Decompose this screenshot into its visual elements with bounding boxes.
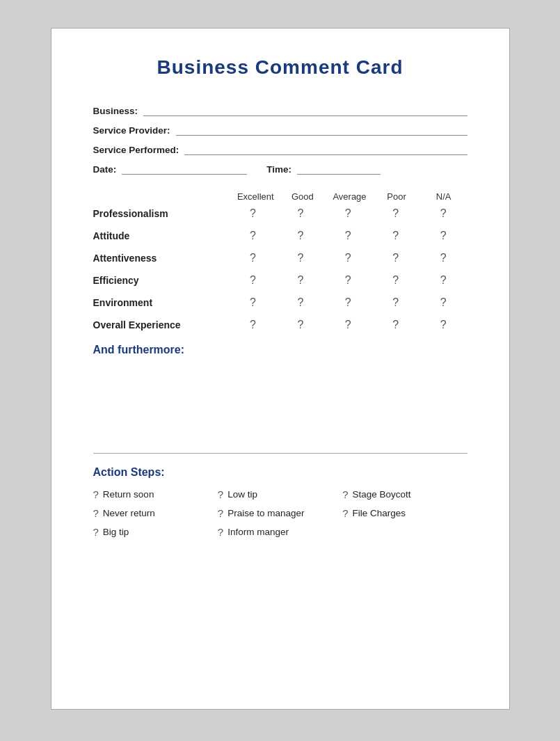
radio-attentiveness-na[interactable]: ? [419,252,467,264]
rating-header-row: Excellent Good Average Poor N/A [93,191,467,202]
radio-efficiency-excellent[interactable]: ? [229,274,276,287]
radio-professionalism-good[interactable]: ? [277,207,324,220]
radio-environment-average[interactable]: ? [324,296,371,309]
radio-attitude-poor[interactable]: ? [372,230,419,242]
checkbox-return-soon[interactable]: ? [93,488,99,500]
checkbox-praise-manager[interactable]: ? [218,507,223,519]
service-provider-label: Service Provider: [93,125,170,136]
radio-efficiency-good[interactable]: ? [277,274,324,287]
radio-professionalism-average[interactable]: ? [324,207,371,220]
rating-section: Excellent Good Average Poor N/A Professi… [93,191,467,331]
action-item-praise-manager[interactable]: ? Praise to manager [218,507,342,519]
action-item-empty [342,526,467,538]
action-label-praise-manager: Praise to manager [227,508,304,518]
action-label-file-charges: File Charges [353,508,406,518]
radio-overall-average[interactable]: ? [324,319,371,331]
checkbox-file-charges[interactable]: ? [342,507,348,519]
action-item-never-return[interactable]: ? Never return [93,507,218,519]
comment-card: Business Comment Card Business: Service … [51,28,510,710]
rating-row-attentiveness: Attentiveness ? ? ? ? ? [93,252,467,264]
radio-professionalism-poor[interactable]: ? [372,207,419,220]
radio-environment-poor[interactable]: ? [372,296,419,309]
action-item-low-tip[interactable]: ? Low tip [218,488,342,500]
radio-overall-excellent[interactable]: ? [229,319,276,331]
radio-professionalism-na[interactable]: ? [419,207,467,220]
action-steps-title: Action Steps: [93,466,467,479]
radio-attentiveness-good[interactable]: ? [277,252,324,264]
radio-attentiveness-excellent[interactable]: ? [229,252,276,264]
header-excellent: Excellent [232,191,280,202]
radio-efficiency-na[interactable]: ? [419,274,467,287]
action-item-file-charges[interactable]: ? File Charges [342,507,467,519]
radio-environment-good[interactable]: ? [277,296,324,309]
radio-environment-excellent[interactable]: ? [229,296,276,309]
time-label: Time: [266,164,291,175]
radio-attentiveness-poor[interactable]: ? [372,252,419,264]
date-time-row: Date: Time: [93,162,467,175]
rating-row-environment: Environment ? ? ? ? ? [93,296,467,309]
radio-attitude-na[interactable]: ? [419,230,467,242]
radio-efficiency-poor[interactable]: ? [372,274,419,287]
time-input[interactable] [297,162,381,175]
service-performed-field-row: Service Performed: [93,143,467,155]
radio-overall-poor[interactable]: ? [372,319,419,331]
label-attitude: Attitude [93,230,230,241]
action-item-big-tip[interactable]: ? Big tip [93,526,218,538]
radio-professionalism-excellent[interactable]: ? [229,207,276,220]
action-label-big-tip: Big tip [103,527,129,537]
date-label: Date: [93,164,117,175]
checkbox-inform-manager[interactable]: ? [218,526,223,538]
action-label-low-tip: Low tip [227,489,257,500]
radio-overall-na[interactable]: ? [419,319,467,331]
checkbox-stage-boycott[interactable]: ? [342,488,348,500]
time-part: Time: [266,162,381,175]
header-poor: Poor [373,191,420,202]
date-part: Date: [93,162,248,175]
label-overall: Overall Experience [93,319,230,330]
action-steps-grid: ? Return soon ? Low tip ? Stage Boycott … [93,488,467,538]
checkbox-low-tip[interactable]: ? [218,488,223,500]
label-attentiveness: Attentiveness [93,253,230,264]
service-provider-input[interactable] [176,123,467,136]
action-item-stage-boycott[interactable]: ? Stage Boycott [342,488,467,500]
action-label-return-soon: Return soon [103,489,154,500]
label-professionalism: Professionalism [93,208,230,219]
rating-row-attitude: Attitude ? ? ? ? ? [93,230,467,242]
rating-row-efficiency: Efficiency ? ? ? ? ? [93,274,467,287]
label-environment: Environment [93,297,230,308]
header-good: Good [279,191,326,202]
header-average: Average [326,191,374,202]
card-title: Business Comment Card [93,56,467,79]
action-item-inform-manager[interactable]: ? Inform manger [218,526,342,538]
action-steps-section: Action Steps: ? Return soon ? Low tip ? … [93,466,467,538]
business-field-row: Business: [93,104,467,116]
radio-attitude-good[interactable]: ? [277,230,324,242]
header-na: N/A [420,191,467,202]
action-item-return-soon[interactable]: ? Return soon [93,488,218,500]
date-input[interactable] [122,162,247,175]
radio-environment-na[interactable]: ? [419,296,467,309]
furthermore-title: And furthermore: [93,344,467,356]
label-efficiency: Efficiency [93,275,230,286]
business-label: Business: [93,106,138,116]
radio-attitude-excellent[interactable]: ? [229,230,276,242]
action-label-never-return: Never return [103,508,155,518]
service-performed-input[interactable] [184,143,467,155]
radio-overall-good[interactable]: ? [277,319,324,331]
action-label-inform-manager: Inform manger [227,527,289,537]
checkbox-never-return[interactable]: ? [93,507,99,519]
business-input[interactable] [143,104,467,116]
section-divider [93,453,467,454]
service-performed-label: Service Performed: [93,145,179,155]
action-label-stage-boycott: Stage Boycott [353,489,411,500]
radio-attitude-average[interactable]: ? [324,230,371,242]
rating-row-overall: Overall Experience ? ? ? ? ? [93,319,467,331]
service-provider-field-row: Service Provider: [93,123,467,136]
rating-row-professionalism: Professionalism ? ? ? ? ? [93,207,467,220]
furthermore-textarea[interactable] [93,362,467,445]
radio-attentiveness-average[interactable]: ? [324,252,371,264]
furthermore-section: And furthermore: [93,344,467,447]
radio-efficiency-average[interactable]: ? [324,274,371,287]
checkbox-big-tip[interactable]: ? [93,526,99,538]
